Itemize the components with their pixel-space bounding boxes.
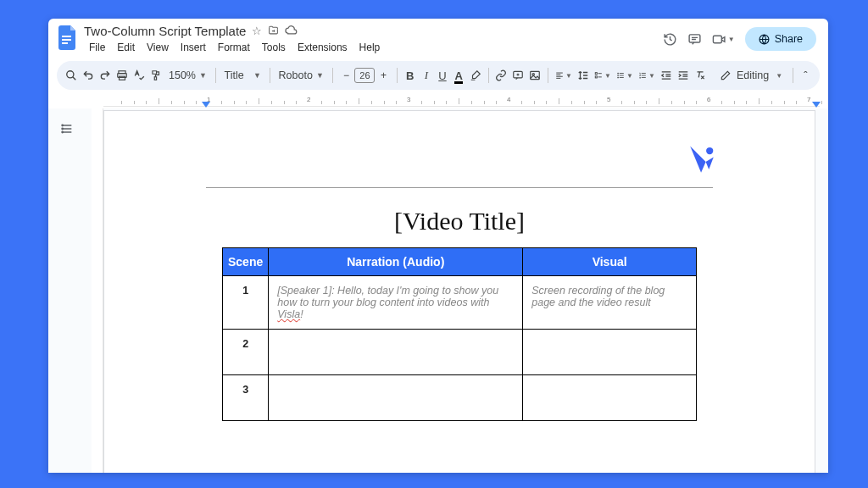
ruler-right-indent-marker[interactable] — [812, 102, 821, 108]
svg-point-18 — [617, 75, 619, 76]
app-window: Two-Column Script Template ☆ File Edit V… — [48, 19, 828, 473]
numbered-list-icon[interactable]: ▼ — [638, 67, 655, 84]
fontsize-decrease-button[interactable]: − — [339, 68, 353, 83]
spellcheck-icon[interactable] — [133, 67, 145, 84]
title-right: ▼ Share — [663, 24, 820, 51]
star-icon[interactable]: ☆ — [252, 25, 262, 37]
svg-point-23 — [62, 128, 63, 129]
horizontal-ruler[interactable]: 1234567 — [103, 95, 820, 107]
undo-icon[interactable] — [82, 67, 94, 84]
menu-format[interactable]: Format — [213, 39, 255, 56]
bold-icon[interactable]: B — [404, 67, 415, 84]
print-icon[interactable] — [116, 67, 128, 84]
search-icon[interactable] — [65, 67, 77, 84]
menu-file[interactable]: File — [84, 39, 110, 56]
increase-indent-icon[interactable] — [677, 67, 689, 84]
brand-logo — [172, 136, 747, 180]
horizontal-rule — [206, 187, 713, 188]
script-table[interactable]: Scene Narration (Audio) Visual 1[Speaker… — [222, 247, 697, 421]
bulleted-list-icon[interactable]: ▼ — [616, 67, 633, 84]
title-stack: Two-Column Script Template ☆ File Edit V… — [84, 24, 663, 56]
menu-help[interactable]: Help — [354, 39, 386, 56]
clear-formatting-icon[interactable] — [694, 67, 706, 84]
titlebar: Two-Column Script Template ☆ File Edit V… — [48, 19, 828, 56]
svg-rect-10 — [154, 77, 156, 80]
table-row[interactable]: 2 — [223, 330, 697, 375]
toolbar: 150%▼ Title▼ Roboto▼ − 26 + B I U A ▼ ▼ … — [57, 61, 820, 90]
highlight-color-icon[interactable] — [470, 67, 481, 84]
align-icon[interactable]: ▼ — [555, 67, 572, 84]
share-button[interactable]: Share — [745, 27, 816, 51]
docs-logo-icon[interactable] — [57, 24, 79, 53]
comments-icon[interactable] — [687, 32, 702, 47]
svg-rect-21 — [620, 77, 624, 78]
insert-link-icon[interactable] — [495, 67, 507, 84]
zoom-select[interactable]: 150%▼ — [167, 69, 209, 81]
cell-narration[interactable] — [269, 375, 523, 421]
svg-rect-4 — [713, 36, 721, 43]
document-page[interactable]: [Video Title] Scene Narration (Audio) Vi… — [103, 110, 815, 473]
menu-view[interactable]: View — [142, 39, 174, 56]
fontsize-increase-button[interactable]: + — [376, 68, 390, 83]
outline-toggle-icon[interactable] — [60, 122, 74, 138]
text-color-icon[interactable]: A — [453, 67, 465, 84]
document-area: [Video Title] Scene Narration (Audio) Vi… — [48, 108, 828, 473]
editing-mode-label: Editing — [737, 69, 769, 81]
meet-icon[interactable]: ▼ — [712, 33, 735, 46]
checklist-icon[interactable]: ▼ — [594, 67, 611, 84]
fontsize-value[interactable]: 26 — [354, 68, 375, 83]
col-header-narration[interactable]: Narration (Audio) — [269, 248, 523, 276]
paint-format-icon[interactable] — [150, 67, 162, 84]
cell-scene[interactable]: 2 — [223, 330, 269, 375]
document-title-heading[interactable]: [Video Title] — [172, 207, 747, 236]
menu-bar: File Edit View Insert Format Tools Exten… — [84, 39, 663, 56]
menu-extensions[interactable]: Extensions — [292, 39, 353, 56]
svg-point-16 — [617, 73, 619, 75]
cell-visual[interactable]: Screen recording of the blog page and th… — [523, 276, 697, 330]
share-label: Share — [775, 33, 803, 45]
cell-narration[interactable] — [269, 330, 523, 375]
col-header-scene[interactable]: Scene — [223, 248, 269, 276]
cloud-status-icon[interactable] — [285, 25, 298, 38]
separator — [488, 68, 489, 83]
menu-tools[interactable]: Tools — [257, 39, 291, 56]
cell-scene[interactable]: 3 — [223, 375, 269, 421]
font-select[interactable]: Roboto▼ — [277, 69, 326, 81]
separator — [332, 68, 333, 83]
svg-point-25 — [706, 147, 713, 154]
cell-scene[interactable]: 1 — [223, 276, 269, 330]
table-row[interactable]: 3 — [223, 375, 697, 421]
history-icon[interactable] — [663, 32, 677, 47]
cell-narration[interactable]: [Speaker 1]: Hello, today I'm going to s… — [269, 276, 523, 330]
editing-mode-button[interactable]: Editing ▼ — [716, 69, 786, 81]
insert-comment-icon[interactable] — [512, 67, 524, 84]
menu-edit[interactable]: Edit — [112, 39, 140, 56]
cell-visual[interactable] — [523, 375, 697, 421]
svg-point-24 — [62, 131, 63, 132]
cell-visual[interactable] — [523, 330, 697, 375]
redo-icon[interactable] — [99, 67, 111, 84]
separator — [793, 68, 793, 83]
separator — [397, 68, 398, 83]
col-header-visual[interactable]: Visual — [523, 248, 697, 276]
decrease-indent-icon[interactable] — [660, 67, 672, 84]
document-title[interactable]: Two-Column Script Template — [84, 24, 246, 38]
underline-icon[interactable]: U — [437, 67, 448, 84]
paragraph-style-select[interactable]: Title▼ — [223, 69, 263, 81]
font-size-control: − 26 + — [339, 68, 390, 83]
insert-image-icon[interactable] — [529, 67, 541, 84]
move-icon[interactable] — [268, 25, 279, 38]
vertical-ruler[interactable] — [92, 108, 103, 473]
left-gutter — [48, 108, 103, 473]
svg-point-6 — [67, 71, 74, 78]
svg-rect-19 — [620, 75, 624, 76]
collapse-toolbar-icon[interactable]: ˆ — [800, 67, 811, 84]
svg-rect-2 — [62, 42, 68, 44]
separator — [270, 68, 270, 83]
table-row[interactable]: 1[Speaker 1]: Hello, today I'm going to … — [223, 276, 697, 330]
ruler-left-indent-marker[interactable] — [202, 102, 210, 108]
line-spacing-icon[interactable] — [577, 67, 589, 84]
menu-insert[interactable]: Insert — [175, 39, 211, 56]
title-row: Two-Column Script Template ☆ — [84, 24, 663, 38]
italic-icon[interactable]: I — [420, 67, 431, 84]
